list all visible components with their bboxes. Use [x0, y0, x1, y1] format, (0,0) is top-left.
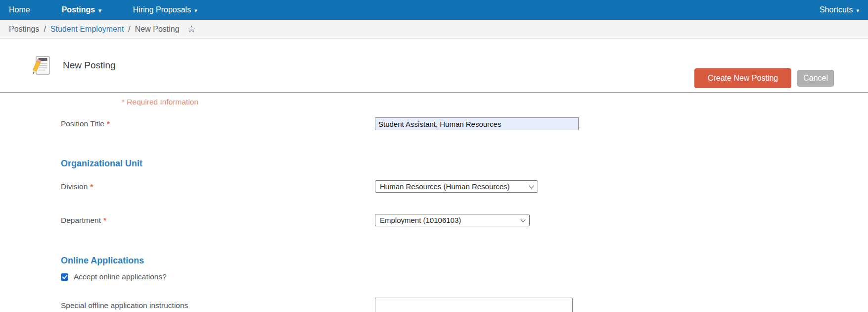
section-online-applications: Online Applications — [61, 256, 868, 266]
nav-hiring-proposals-label: Hiring Proposals — [133, 5, 191, 14]
breadcrumb-student-employment[interactable]: Student Employment — [50, 25, 124, 34]
breadcrumb-postings: Postings — [9, 25, 39, 34]
chevron-down-icon: ▾ — [856, 8, 859, 13]
navbar-left-group: Home Postings ▾ Hiring Proposals ▾ — [9, 5, 197, 14]
nav-shortcuts[interactable]: Shortcuts ▾ — [820, 5, 859, 14]
nav-shortcuts-label: Shortcuts — [820, 5, 853, 14]
position-title-label: Position Title* — [61, 119, 375, 128]
section-organizational-unit: Organizational Unit — [61, 158, 868, 169]
position-title-label-text: Position Title — [61, 119, 104, 128]
department-label-text: Department — [61, 216, 101, 224]
accept-online-label: Accept online applications? — [74, 272, 167, 281]
chevron-down-icon: ▾ — [194, 8, 197, 13]
offline-instructions-row: Special offline application instructions — [0, 298, 868, 312]
division-select[interactable]: Human Resources (Human Resources) — [375, 180, 538, 193]
cancel-button[interactable]: Cancel — [797, 70, 834, 87]
accept-online-row: Accept online applications? — [61, 272, 868, 281]
required-asterisk: * — [90, 182, 93, 191]
required-asterisk: * — [107, 119, 110, 128]
position-title-input[interactable] — [375, 117, 579, 130]
division-row: Division* Human Resources (Human Resourc… — [0, 180, 868, 193]
page-title: New Posting — [63, 60, 116, 71]
chevron-down-icon — [529, 183, 534, 188]
offline-instructions-textarea[interactable] — [375, 298, 573, 312]
department-select[interactable]: Employment (10106103) — [375, 214, 530, 226]
nav-home[interactable]: Home — [9, 5, 30, 14]
header-buttons: Create New Posting Cancel — [694, 68, 834, 88]
department-selected-value: Employment (10106103) — [380, 216, 461, 224]
division-label: Division* — [61, 182, 375, 191]
accept-online-checkbox[interactable] — [61, 273, 68, 281]
offline-instructions-label: Special offline application instructions — [61, 298, 375, 310]
chevron-down-icon — [521, 217, 526, 222]
nav-postings-label: Postings — [62, 5, 95, 14]
nav-hiring-proposals[interactable]: Hiring Proposals ▾ — [133, 5, 197, 14]
required-asterisk: * — [103, 216, 106, 224]
department-label: Department* — [61, 216, 375, 225]
chevron-down-icon: ▾ — [98, 8, 101, 13]
nav-postings[interactable]: Postings ▾ — [62, 5, 101, 14]
division-selected-value: Human Resources (Human Resources) — [380, 182, 510, 191]
new-posting-form: * Required Information Position Title* O… — [0, 98, 868, 312]
department-row: Department* Employment (10106103) — [0, 214, 868, 226]
breadcrumb-separator: / — [128, 25, 130, 34]
breadcrumb: Postings / Student Employment / New Post… — [0, 20, 868, 39]
page-header: New Posting Create New Posting Cancel — [0, 39, 868, 93]
breadcrumb-separator: / — [44, 25, 46, 34]
breadcrumb-new-posting: New Posting — [135, 25, 180, 34]
memo-clipboard-icon — [32, 55, 51, 76]
top-navbar: Home Postings ▾ Hiring Proposals ▾ Short… — [0, 0, 868, 20]
position-title-row: Position Title* — [0, 117, 868, 130]
required-information-note: * Required Information — [122, 98, 868, 106]
favorite-star-icon[interactable]: ☆ — [187, 23, 196, 35]
create-new-posting-button[interactable]: Create New Posting — [694, 68, 791, 88]
division-label-text: Division — [61, 182, 88, 191]
